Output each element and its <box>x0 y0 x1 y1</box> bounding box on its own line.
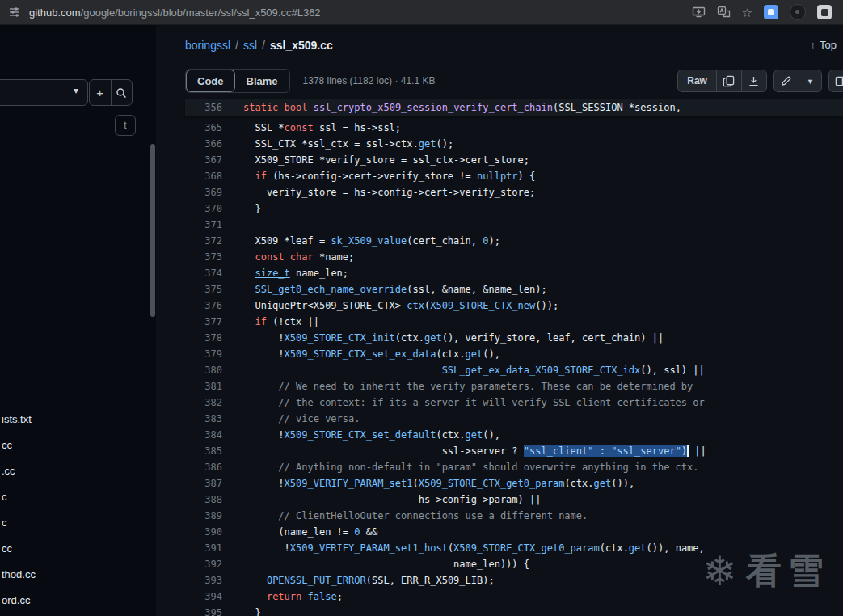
url-text[interactable]: github.com/google/boringssl/blob/master/… <box>29 6 321 19</box>
line-number[interactable]: 368 <box>185 168 222 184</box>
line-number[interactable]: 387 <box>185 475 222 492</box>
code-line-content[interactable]: X509_STORE *verify_store = ssl_ctx->cert… <box>222 152 529 168</box>
code-line-content[interactable]: // the context: if its a server it will … <box>222 394 705 411</box>
line-number[interactable]: 374 <box>185 265 222 281</box>
code-line-content[interactable]: const char *name; <box>222 249 354 265</box>
line-number[interactable]: 392 <box>185 556 222 572</box>
code-line-content[interactable]: !X509_STORE_CTX_init(ctx.get(), verify_s… <box>222 330 664 346</box>
line-number[interactable]: 386 <box>185 459 222 475</box>
code-line-content[interactable]: ssl->server ? "ssl_client" : "ssl_server… <box>222 443 706 459</box>
line-number[interactable]: 373 <box>185 249 222 265</box>
sidebar-scrollbar-thumb[interactable] <box>150 144 155 317</box>
line-number[interactable]: 377 <box>185 314 222 330</box>
branch-selector[interactable]: ▾ <box>0 79 88 106</box>
code-line-content[interactable]: // vice versa. <box>222 411 360 427</box>
code-line-content[interactable]: // ClientHelloOuter connections use a di… <box>222 508 588 524</box>
line-number[interactable]: 378 <box>185 330 222 346</box>
line-number[interactable]: 389 <box>185 508 222 524</box>
chevron-down-icon: ▾ <box>74 85 78 96</box>
line-number[interactable]: 381 <box>185 378 222 394</box>
line-number[interactable]: 371 <box>185 217 222 233</box>
line-number[interactable]: 394 <box>185 589 222 605</box>
code-line: 367 X509_STORE *verify_store = ssl_ctx->… <box>185 152 843 168</box>
code-line-content[interactable]: } <box>222 605 261 616</box>
edit-button[interactable] <box>774 70 799 91</box>
code-line-content[interactable]: SSL_get0_ech_name_override(ssl, &name, &… <box>222 281 547 297</box>
code-line-content[interactable]: if (!ctx || <box>222 314 319 330</box>
code-line-content[interactable]: (name_len != 0 && <box>222 524 377 540</box>
code-line-content[interactable]: // We need to inherit the verify paramet… <box>222 378 693 394</box>
browser-profile-icon[interactable] <box>790 4 806 20</box>
code-line-content[interactable]: size_t name_len; <box>222 265 348 281</box>
code-line-content[interactable]: verify_store = hs->config->cert->verify_… <box>222 184 535 200</box>
site-settings-icon[interactable] <box>8 6 21 19</box>
file-tree-item[interactable]: .cc <box>0 458 148 484</box>
breadcrumb-repo-link[interactable]: boringssl <box>185 39 230 52</box>
code-line-content[interactable]: name_len))) { <box>222 556 529 572</box>
line-number[interactable]: 356 <box>185 99 222 116</box>
code-line-content[interactable] <box>222 217 243 233</box>
line-number[interactable]: 365 <box>185 120 222 136</box>
line-number[interactable]: 380 <box>185 362 222 378</box>
save-to-device-icon[interactable] <box>692 6 706 19</box>
browser-extension-icon-blue[interactable] <box>764 5 778 19</box>
edit-dropdown-button[interactable]: ▾ <box>799 70 821 91</box>
line-number[interactable]: 369 <box>185 184 222 200</box>
code-line-content[interactable]: !X509_STORE_CTX_set_ex_data(ctx.get(), <box>222 346 500 362</box>
line-number[interactable]: 384 <box>185 427 222 443</box>
code-line-content[interactable]: } <box>222 200 261 217</box>
line-number[interactable]: 376 <box>185 297 222 314</box>
file-tree-item[interactable]: cc <box>0 536 148 562</box>
breadcrumb-dir-link[interactable]: ssl <box>243 39 257 52</box>
line-number[interactable]: 391 <box>185 540 222 556</box>
file-tree-item[interactable]: thod.cc <box>0 562 148 588</box>
file-info: 1378 lines (1182 loc) · 41.1 KB <box>303 75 436 86</box>
code-line-content[interactable]: SSL_get_ex_data_X509_STORE_CTX_idx(), ss… <box>222 362 705 378</box>
tab-code[interactable]: Code <box>186 70 235 92</box>
line-number[interactable]: 390 <box>185 524 222 540</box>
code-line-content[interactable]: static bool ssl_crypto_x509_session_veri… <box>222 99 681 116</box>
raw-button[interactable]: Raw <box>678 70 716 91</box>
line-number[interactable]: 367 <box>185 152 222 168</box>
file-tree-item[interactable]: c <box>0 510 148 536</box>
line-number[interactable]: 383 <box>185 411 222 427</box>
line-number[interactable]: 375 <box>185 281 222 297</box>
code-line-content[interactable]: UniquePtr<X509_STORE_CTX> ctx(X509_STORE… <box>222 297 558 314</box>
copy-button[interactable] <box>716 70 741 91</box>
code-line-content[interactable]: // Anything non-default in "param" shoul… <box>222 459 699 475</box>
code-line-content[interactable]: X509 *leaf = sk_X509_value(cert_chain, 0… <box>222 233 500 249</box>
code-line-content[interactable]: return false; <box>222 589 343 605</box>
add-file-button[interactable]: + <box>90 80 111 105</box>
back-to-top-link[interactable]: ↑ Top <box>811 39 837 51</box>
code-line: 385 ssl->server ? "ssl_client" : "ssl_se… <box>185 443 843 459</box>
bookmark-star-icon[interactable]: ☆ <box>742 6 752 19</box>
line-number[interactable]: 379 <box>185 346 222 362</box>
code-line-content[interactable]: !X509_VERIFY_PARAM_set1(X509_STORE_CTX_g… <box>222 475 634 492</box>
file-tree-item[interactable]: cc <box>0 432 148 458</box>
tab-blame[interactable]: Blame <box>235 70 289 92</box>
line-number[interactable]: 393 <box>185 572 222 589</box>
line-number[interactable]: 372 <box>185 233 222 249</box>
file-tree-item[interactable]: ord.cc <box>0 588 148 614</box>
code-line-content[interactable]: !X509_VERIFY_PARAM_set1_host(X509_STORE_… <box>222 540 705 556</box>
code-line-content[interactable]: OPENSSL_PUT_ERROR(SSL, ERR_R_X509_LIB); <box>222 572 495 589</box>
line-number[interactable]: 385 <box>185 443 222 459</box>
code-line-content[interactable]: if (hs->config->cert->verify_store != nu… <box>222 168 535 184</box>
file-tree-item[interactable]: ists.txt <box>0 407 148 432</box>
symbols-panel-button[interactable] <box>828 70 843 92</box>
code-line-content[interactable]: SSL *const ssl = hs->ssl; <box>222 120 401 136</box>
translate-icon[interactable] <box>717 6 731 19</box>
file-tree-item[interactable]: c <box>0 484 148 510</box>
code-line-content[interactable]: hs->config->param) || <box>222 492 541 508</box>
browser-extension-icon-light[interactable] <box>817 5 832 19</box>
line-number[interactable]: 366 <box>185 136 222 152</box>
code-line-content[interactable]: SSL_CTX *ssl_ctx = ssl->ctx.get(); <box>222 136 453 152</box>
code-line-content[interactable]: !X509_STORE_CTX_set_default(ctx.get(), <box>222 427 500 443</box>
line-number[interactable]: 388 <box>185 492 222 508</box>
line-number[interactable]: 370 <box>185 200 222 217</box>
download-button[interactable] <box>741 70 766 91</box>
search-button[interactable] <box>111 80 133 105</box>
page-body: ▾ + t ists.txtcc.ccccccthod.ccord.cc bor… <box>0 25 843 616</box>
line-number[interactable]: 382 <box>185 394 222 411</box>
line-number[interactable]: 395 <box>185 605 222 616</box>
